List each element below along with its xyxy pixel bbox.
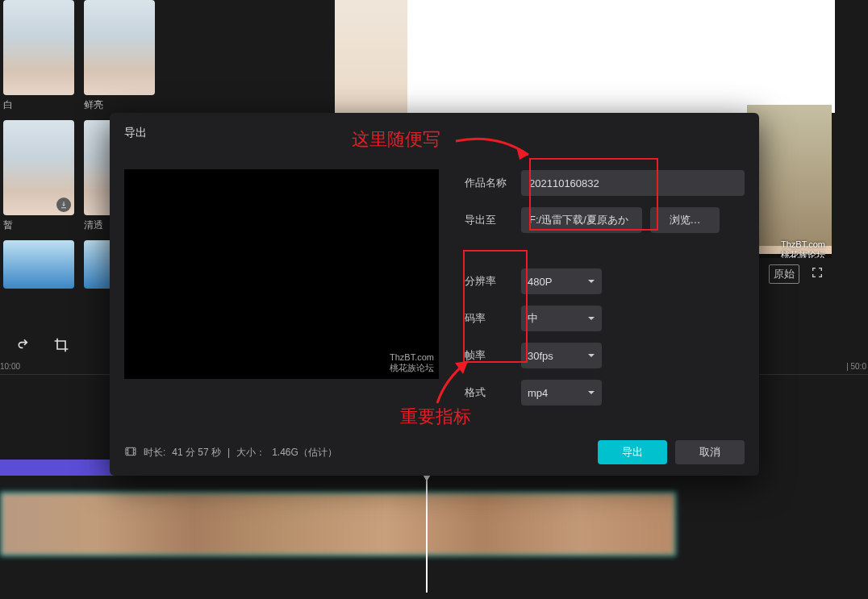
format-select[interactable]: mp4	[521, 380, 602, 406]
chevron-down-icon	[587, 276, 595, 288]
row-bitrate: 码率 中	[465, 300, 745, 337]
name-input[interactable]	[521, 170, 745, 196]
row-fps: 帧率 30fps	[465, 337, 745, 374]
ruler-tick: 10:00	[0, 362, 20, 371]
chevron-down-icon	[587, 387, 595, 399]
effect-thumb	[3, 0, 74, 95]
chevron-down-icon	[587, 313, 595, 325]
export-form: 作品名称 导出至 浏览… 分辨率 480P 码率 中 帧率 30fp	[465, 164, 745, 411]
rotate-icon[interactable]	[16, 337, 32, 356]
fullscreen-icon[interactable]	[811, 266, 824, 282]
resolution-value: 480P	[528, 276, 552, 288]
effect-label: 暂	[3, 218, 76, 232]
format-label: 格式	[465, 385, 521, 400]
effect-cell[interactable]: 暂	[3, 120, 76, 232]
effect-cell[interactable]	[3, 240, 76, 289]
effect-thumb	[3, 240, 74, 289]
download-icon[interactable]	[56, 198, 71, 212]
size-value: 1.46G（估计）	[272, 446, 337, 460]
timeline-video-clip[interactable]	[0, 492, 676, 556]
timeline-playhead[interactable]	[426, 480, 428, 593]
name-label: 作品名称	[465, 176, 521, 190]
export-meta: 时长: 41 分 57 秒 | 大小： 1.46G（估计）	[124, 445, 337, 460]
crop-icon[interactable]	[53, 337, 69, 356]
ruler-tick: | 50:0	[846, 362, 866, 371]
original-size-button[interactable]: 原始	[769, 264, 799, 284]
chevron-down-icon	[587, 350, 595, 362]
path-label: 导出至	[465, 213, 521, 227]
effect-cell[interactable]: 鲜亮	[84, 0, 156, 112]
effect-label: 白	[3, 98, 76, 112]
dialog-title: 导出	[124, 126, 147, 140]
fps-value: 30fps	[528, 350, 553, 362]
export-button[interactable]: 导出	[598, 440, 667, 464]
cancel-button[interactable]: 取消	[675, 440, 745, 464]
dialog-footer: 时长: 41 分 57 秒 | 大小： 1.46G（估计） 导出 取消	[124, 440, 745, 464]
export-preview-watermark: ThzBT.com 桃花族论坛	[390, 352, 434, 374]
effect-cell[interactable]: 白	[3, 0, 76, 112]
bitrate-select[interactable]: 中	[521, 306, 602, 331]
resolution-select[interactable]: 480P	[521, 268, 602, 294]
row-name: 作品名称	[465, 164, 745, 202]
format-value: mp4	[528, 387, 548, 399]
fps-select[interactable]: 30fps	[521, 343, 602, 368]
fps-label: 帧率	[465, 348, 521, 363]
export-dialog: 导出 ThzBT.com 桃花族论坛 作品名称 导出至 浏览… 分辨率 480P…	[110, 113, 759, 476]
row-path: 导出至 浏览…	[465, 202, 745, 239]
export-preview: ThzBT.com 桃花族论坛	[124, 169, 439, 379]
meta-sep: |	[227, 447, 230, 458]
duration-value: 41 分 57 秒	[172, 446, 221, 460]
effect-label: 鲜亮	[84, 98, 156, 112]
svg-rect-0	[126, 447, 136, 455]
timeline-toolbar	[0, 331, 109, 363]
row-resolution: 分辨率 480P	[465, 263, 745, 300]
path-input[interactable]	[521, 207, 642, 233]
browse-button[interactable]: 浏览…	[650, 207, 720, 233]
bitrate-label: 码率	[465, 311, 521, 326]
size-label: 大小：	[236, 446, 265, 460]
resolution-label: 分辨率	[465, 274, 521, 289]
film-icon	[124, 445, 137, 460]
row-format: 格式 mp4	[465, 374, 745, 411]
effect-thumb	[3, 120, 74, 215]
effect-thumb	[84, 0, 155, 95]
bitrate-value: 中	[528, 311, 538, 326]
duration-label: 时长:	[144, 446, 165, 460]
